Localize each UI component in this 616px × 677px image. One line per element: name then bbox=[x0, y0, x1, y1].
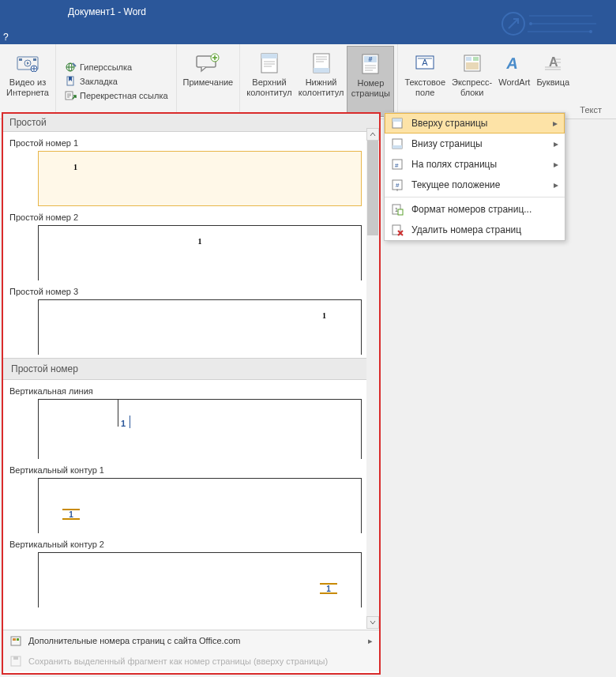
svg-text:1: 1 bbox=[395, 207, 398, 213]
group-headerfooter: Верхний колонтитул Нижний колонтитул # Н… bbox=[240, 44, 398, 118]
crossref-icon bbox=[64, 90, 77, 101]
hyperlink-icon bbox=[64, 62, 77, 73]
svg-point-1 bbox=[529, 22, 532, 25]
menu-remove-numbers[interactable]: Удалить номера страниц bbox=[385, 220, 565, 240]
menu-current-label: Текущее положение bbox=[411, 179, 500, 190]
gallery-section-number: Простой номер bbox=[3, 358, 379, 380]
gallery-item-plain-1[interactable]: Простой номер 1 1 bbox=[3, 132, 379, 206]
preview: 1 bbox=[38, 478, 362, 533]
dropcap-button[interactable]: A Буквица bbox=[533, 46, 573, 117]
wordart-label: WordArt bbox=[498, 77, 530, 88]
menu-margins-label: На полях страницы bbox=[411, 159, 497, 170]
save-label: Сохранить выделенный фрагмент как номер … bbox=[28, 656, 328, 666]
crossref-button[interactable]: Перекрестная ссылка bbox=[64, 90, 168, 101]
svg-rect-42 bbox=[13, 638, 16, 641]
svg-rect-43 bbox=[17, 638, 19, 641]
svg-text:#: # bbox=[369, 55, 373, 63]
menu-format-numbers[interactable]: 1 Формат номеров страниц... bbox=[385, 199, 565, 220]
scroll-up-button[interactable] bbox=[366, 128, 379, 141]
page-num: 1 bbox=[121, 419, 126, 428]
textbox-button[interactable]: A Текстовое поле bbox=[401, 46, 449, 117]
bottom-icon bbox=[391, 137, 404, 150]
gallery-section-simple: Простой bbox=[3, 114, 379, 132]
gallery-item-outline-2[interactable]: Вертикальный контур 2 1 bbox=[3, 533, 379, 607]
scroll-down-button[interactable] bbox=[366, 616, 379, 629]
menu-page-margins[interactable]: # На полях страницы ▸ bbox=[385, 154, 565, 175]
margins-icon: # bbox=[391, 158, 404, 171]
scroll-track[interactable] bbox=[366, 141, 379, 616]
video-label: Видео из Интернета bbox=[6, 77, 49, 98]
header-label: Верхний колонтитул bbox=[246, 77, 292, 98]
svg-text:A: A bbox=[505, 55, 520, 72]
page-number-button[interactable]: # Номер страницы bbox=[347, 46, 394, 117]
svg-rect-39 bbox=[398, 209, 403, 215]
svg-rect-25 bbox=[473, 57, 479, 61]
preview: 1 bbox=[38, 151, 362, 206]
online-video-button[interactable]: Видео из Интернета bbox=[3, 46, 52, 117]
header-icon bbox=[257, 51, 282, 76]
svg-rect-17 bbox=[314, 68, 329, 73]
menu-top-of-page[interactable]: Вверху страницы ▸ bbox=[385, 113, 565, 134]
page-number-label: Номер страницы bbox=[351, 78, 390, 99]
more-from-office-button[interactable]: Дополнительные номера страниц с сайта Of… bbox=[3, 630, 379, 651]
hyperlink-button[interactable]: Гиперссылка bbox=[64, 62, 168, 73]
svg-text:A: A bbox=[423, 58, 429, 67]
footer-button[interactable]: Нижний колонтитул bbox=[295, 46, 347, 117]
submenu-arrow-icon: ▸ bbox=[553, 118, 558, 129]
submenu-arrow-icon: ▸ bbox=[554, 179, 558, 190]
top-icon bbox=[391, 117, 404, 130]
preview: 1 bbox=[38, 225, 362, 280]
wordart-button[interactable]: A WordArt bbox=[495, 46, 533, 117]
scroll-thumb[interactable] bbox=[367, 141, 378, 235]
titlebar: Документ1 - Word ? bbox=[0, 0, 616, 44]
svg-text:#: # bbox=[395, 162, 399, 169]
decoration-lines bbox=[490, 8, 600, 39]
svg-rect-5 bbox=[33, 58, 36, 61]
gallery-item-outline-1[interactable]: Вертикальный контур 1 1 bbox=[3, 459, 379, 533]
menu-format-label: Формат номеров страниц... bbox=[411, 204, 531, 215]
vertical-line bbox=[118, 400, 118, 427]
page-num: 1 bbox=[322, 311, 326, 320]
menu-remove-label: Удалить номера страниц bbox=[411, 224, 521, 235]
quickparts-button[interactable]: Экспресс- блоки bbox=[449, 46, 495, 117]
comment-button[interactable]: Примечание bbox=[180, 46, 237, 117]
page-num: 1 bbox=[73, 163, 77, 171]
svg-rect-41 bbox=[11, 637, 21, 645]
more-label: Дополнительные номера страниц с сайта Of… bbox=[28, 636, 240, 645]
footer-label: Нижний колонтитул bbox=[299, 77, 344, 98]
ribbon: Видео из Интернета Гиперссылка Закладка … bbox=[0, 44, 616, 119]
gallery-item-plain-3[interactable]: Простой номер 3 1 bbox=[3, 280, 379, 355]
menu-bottom-label: Внизу страницы bbox=[411, 138, 483, 149]
gallery-scrollbar[interactable] bbox=[366, 128, 379, 629]
quickparts-icon bbox=[460, 51, 485, 76]
page-num: 1 bbox=[198, 237, 202, 246]
gallery-item-plain-2[interactable]: Простой номер 2 1 bbox=[3, 206, 379, 280]
bookmark-icon bbox=[64, 76, 77, 87]
svg-rect-32 bbox=[393, 145, 402, 149]
submenu-arrow-icon: ▸ bbox=[554, 138, 558, 149]
item-title: Простой номер 2 bbox=[9, 209, 373, 225]
textbox-icon: A bbox=[412, 51, 438, 76]
comment-label: Примечание bbox=[183, 77, 234, 88]
hyperlink-label: Гиперссылка bbox=[80, 62, 132, 72]
page-number-gallery: Простой Простой номер 1 1 Простой номер … bbox=[2, 112, 381, 675]
gallery-item-vline[interactable]: Вертикальная линия 1 bbox=[3, 380, 379, 459]
preview: 1 bbox=[38, 552, 362, 607]
svg-rect-45 bbox=[13, 656, 18, 660]
svg-rect-15 bbox=[261, 54, 277, 58]
svg-text:#: # bbox=[396, 182, 400, 189]
menu-current-position[interactable]: # Текущее положение ▸ bbox=[385, 175, 565, 195]
help-hint[interactable]: ? bbox=[3, 32, 9, 43]
menu-bottom-of-page[interactable]: Внизу страницы ▸ bbox=[385, 134, 565, 154]
video-icon bbox=[15, 51, 40, 76]
header-button[interactable]: Верхний колонтитул bbox=[243, 46, 295, 117]
group-comments: Примечание bbox=[177, 44, 241, 118]
crossref-label: Перекрестная ссылка bbox=[80, 91, 168, 100]
item-title: Простой номер 1 bbox=[9, 135, 373, 151]
remove-icon bbox=[391, 224, 404, 236]
svg-rect-26 bbox=[466, 62, 479, 70]
save-icon bbox=[9, 655, 22, 668]
bookmark-button[interactable]: Закладка bbox=[64, 76, 168, 87]
submenu-arrow-icon: ▸ bbox=[554, 159, 558, 170]
page-number-menu: Вверху страницы ▸ Внизу страницы ▸ # На … bbox=[384, 112, 565, 241]
